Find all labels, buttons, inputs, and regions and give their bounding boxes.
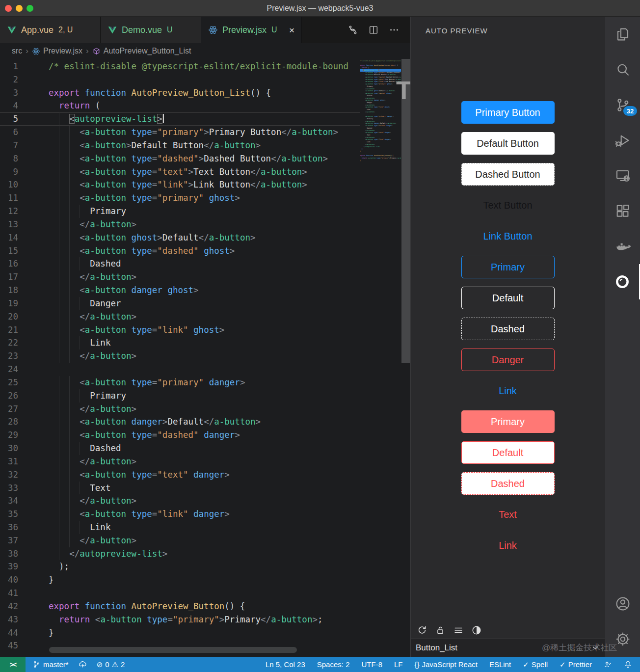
- code-line[interactable]: 25 <a-button type="primary" danger>: [0, 376, 360, 389]
- scrollbar-thumb[interactable]: [401, 59, 410, 363]
- code-line[interactable]: 33 Text: [0, 482, 360, 495]
- code-line[interactable]: 5 <autopreview-list>: [0, 112, 360, 126]
- open-changes-button[interactable]: [347, 25, 358, 35]
- status-indentation[interactable]: Spaces: 2: [317, 660, 350, 669]
- code-line[interactable]: 24: [0, 363, 360, 376]
- code-line[interactable]: 36 Link: [0, 521, 360, 534]
- horizontal-scrollbar[interactable]: [49, 647, 297, 653]
- preview-button-danger-dashed[interactable]: Dashed: [461, 472, 555, 495]
- activity-run-debug[interactable]: [605, 123, 640, 158]
- status-problems[interactable]: ⊘0⚠2: [97, 660, 125, 669]
- code-line[interactable]: 3export function AutoPreview_Button_List…: [0, 86, 360, 100]
- activity-explorer[interactable]: [605, 17, 640, 52]
- preview-button-text[interactable]: Text Button: [461, 194, 555, 216]
- breadcrumb-item[interactable]: Preview.jsx: [32, 47, 82, 55]
- code-line[interactable]: 17 </a-button>: [0, 270, 360, 284]
- preview-button-ghost-link[interactable]: Link: [461, 379, 555, 402]
- code-line[interactable]: 14 <a-button ghost>Default</a-button>: [0, 231, 360, 244]
- preview-button-danger-default[interactable]: Default: [461, 441, 555, 464]
- activity-remote-explorer[interactable]: [605, 158, 640, 193]
- minimap[interactable]: /* eslint-disable @typescript-eslint/exp…: [360, 59, 401, 657]
- code-line[interactable]: 27 </a-button>: [0, 403, 360, 416]
- preview-button-ghost-dashed[interactable]: Dashed: [461, 318, 555, 340]
- remote-indicator[interactable]: ><: [0, 657, 26, 672]
- code-line[interactable]: 39 );: [0, 560, 360, 573]
- code-line[interactable]: 4 return (: [0, 99, 360, 112]
- status-git-branch[interactable]: master*: [32, 660, 69, 669]
- contrast-button[interactable]: [471, 625, 482, 636]
- code-line[interactable]: 28 <a-button danger>Default</a-button>: [0, 415, 360, 429]
- status-language-mode[interactable]: {}JavaScript React: [415, 660, 478, 669]
- code-line[interactable]: 35 <a-button type="link" danger>: [0, 508, 360, 521]
- refresh-button[interactable]: [417, 625, 427, 636]
- breadcrumb-item[interactable]: src: [12, 47, 22, 55]
- code-line[interactable]: 1/* eslint-disable @typescript-eslint/ex…: [0, 60, 360, 73]
- code-line[interactable]: 13 </a-button>: [0, 218, 360, 231]
- code-line[interactable]: 40}: [0, 573, 360, 587]
- preview-button-danger-primary[interactable]: Primary: [461, 410, 555, 433]
- code-line[interactable]: 31 </a-button>: [0, 455, 360, 468]
- code-line[interactable]: 26 Primary: [0, 389, 360, 403]
- code-line[interactable]: 38 </autopreview-list>: [0, 547, 360, 561]
- status-prettier[interactable]: ✓Prettier: [560, 660, 592, 669]
- activity-extensions[interactable]: [605, 193, 640, 229]
- editor[interactable]: 1/* eslint-disable @typescript-eslint/ex…: [0, 59, 410, 657]
- code-line[interactable]: 2: [0, 73, 360, 86]
- activity-settings[interactable]: [605, 621, 640, 657]
- breadcrumb-item[interactable]: AutoPreview_Button_List: [92, 47, 191, 55]
- code-line[interactable]: 29 <a-button type="dashed" danger>: [0, 429, 360, 442]
- code-line[interactable]: 22 Link: [0, 336, 360, 349]
- activity-search[interactable]: [605, 52, 640, 87]
- status-spell[interactable]: ✓Spell: [523, 660, 548, 669]
- preview-button-danger-link[interactable]: Link: [461, 534, 555, 557]
- code-line[interactable]: 23 </a-button>: [0, 349, 360, 363]
- activity-docker[interactable]: [605, 229, 640, 264]
- code-line[interactable]: 20 </a-button>: [0, 310, 360, 323]
- activity-accounts[interactable]: [605, 586, 640, 621]
- code-line[interactable]: 15 <a-button type="dashed" ghost>: [0, 244, 360, 258]
- tab-preview-jsx[interactable]: Preview.jsx U ×: [201, 17, 302, 43]
- code-line[interactable]: 9 <a-button type="text">Text Button</a-b…: [0, 165, 360, 179]
- status-eol[interactable]: LF: [394, 660, 403, 669]
- status-eslint[interactable]: ESLint: [489, 660, 511, 669]
- status-notifications[interactable]: [624, 660, 632, 669]
- code-line[interactable]: 34 </a-button>: [0, 494, 360, 508]
- code-line[interactable]: 42export function AutoPreview_Button() {: [0, 600, 360, 613]
- status-feedback[interactable]: [604, 660, 612, 669]
- code-line[interactable]: 8 <a-button type="dashed">Dashed Button<…: [0, 152, 360, 165]
- code-line[interactable]: 10 <a-button type="link">Link Button</a-…: [0, 178, 360, 191]
- preview-button-dashed[interactable]: Dashed Button: [461, 163, 555, 186]
- preview-button-primary[interactable]: Primary Button: [461, 101, 555, 124]
- code-line[interactable]: 37 </a-button>: [0, 534, 360, 547]
- code-line[interactable]: 19 Danger: [0, 297, 360, 310]
- more-actions-button[interactable]: [389, 25, 400, 35]
- status-publish-changes[interactable]: [79, 660, 87, 669]
- code-line[interactable]: 30 Dashed: [0, 442, 360, 455]
- preview-button-ghost-danger[interactable]: Danger: [461, 349, 555, 371]
- code-line[interactable]: 12 Primary: [0, 205, 360, 218]
- code-line[interactable]: 16 Dashed: [0, 257, 360, 270]
- preview-button-ghost-primary[interactable]: Primary: [461, 256, 555, 278]
- close-tab-icon[interactable]: ×: [289, 26, 294, 35]
- status-cursor-position[interactable]: Ln 5, Col 23: [266, 660, 305, 669]
- activity-source-control[interactable]: 32: [605, 87, 640, 123]
- code-line[interactable]: 6 <a-button type="primary">Primary Butto…: [0, 126, 360, 139]
- code-line[interactable]: 44}: [0, 626, 360, 640]
- code-line[interactable]: 32 <a-button type="text" danger>: [0, 468, 360, 482]
- code-line[interactable]: 41: [0, 587, 360, 600]
- menu-button[interactable]: [453, 625, 464, 636]
- preview-button-danger-text[interactable]: Text: [461, 503, 555, 526]
- code-line[interactable]: 18 <a-button danger ghost>: [0, 284, 360, 297]
- activity-auto-preview[interactable]: [605, 264, 640, 299]
- code-line[interactable]: 43 return <a-button type="primary">Prima…: [0, 613, 360, 626]
- chevron-down-icon[interactable]: [591, 644, 600, 652]
- preview-button-link[interactable]: Link Button: [461, 225, 555, 247]
- code-line[interactable]: 21 <a-button type="link" ghost>: [0, 323, 360, 337]
- vertical-scrollbar[interactable]: T: [401, 59, 410, 657]
- split-editor-button[interactable]: [368, 25, 379, 35]
- code-line[interactable]: 7 <a-button>Default Button</a-button>: [0, 139, 360, 152]
- preview-button-default[interactable]: Default Button: [461, 132, 555, 155]
- preview-button-ghost-default[interactable]: Default: [461, 287, 555, 309]
- code-line[interactable]: 11 <a-button type="primary" ghost>: [0, 191, 360, 205]
- tab-demo-vue[interactable]: Demo.vue U: [101, 17, 201, 43]
